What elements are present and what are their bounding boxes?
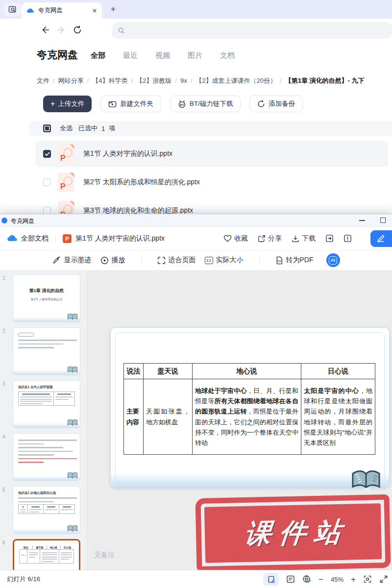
- share-icon: [258, 235, 266, 243]
- breadcrumb-item[interactable]: 网站分享: [58, 77, 84, 84]
- breadcrumb-item[interactable]: 【4】科学类: [92, 77, 127, 84]
- thumbnail-number: 3: [2, 380, 13, 428]
- feedback-button[interactable]: [343, 234, 352, 243]
- minimize-icon[interactable]: [359, 220, 365, 221]
- mini-header: 日心说: [61, 545, 74, 549]
- file-name[interactable]: 第1节 人类对宇宙的认识.pptx: [83, 149, 172, 158]
- forward-icon[interactable]: [56, 25, 66, 35]
- tab-image[interactable]: 图片: [188, 51, 202, 60]
- breadcrumb-item[interactable]: 文件: [37, 77, 49, 84]
- upload-button[interactable]: + 上传文件: [43, 96, 92, 112]
- all-docs-button[interactable]: 全部文档: [21, 234, 49, 243]
- feedback-icon: [343, 234, 352, 243]
- actual-size-button[interactable]: 1:1 实际大小: [205, 256, 244, 265]
- add-backup-button[interactable]: 添加备份: [249, 96, 303, 112]
- thumbnail-slide-4[interactable]: [13, 433, 80, 481]
- download-icon: [292, 235, 299, 243]
- row-checkbox-checked[interactable]: [43, 150, 51, 158]
- thumbnail-slide-6-current[interactable]: 说法 盖天说 地心说 日心说: [13, 539, 80, 570]
- fit-page-button[interactable]: 适合页面: [157, 256, 196, 265]
- thumbnail-item[interactable]: 2: [0, 327, 87, 375]
- app-logo-icon: [1, 218, 7, 223]
- ai-icon: Ai: [329, 256, 337, 265]
- table-cell-geocentric: 地球处于宇宙中心，日、月、行星和恒星等所有天体都围绕着地球在各自的圆形轨道上运转…: [193, 379, 301, 455]
- upload-label: 上传文件: [58, 99, 84, 108]
- breadcrumb-item[interactable]: 【2】浙教版: [136, 77, 172, 84]
- breadcrumb-item[interactable]: 9x: [180, 77, 187, 84]
- save-to-drive-button[interactable]: [325, 234, 334, 243]
- ink-quill-icon: [52, 256, 61, 264]
- browser-tab[interactable]: 夸克网盘 ✕: [22, 2, 102, 19]
- translate-button[interactable]: [302, 575, 311, 584]
- svg-text:PDF: PDF: [277, 260, 282, 263]
- thumbnail-slide-1[interactable]: 第1章 演化的自然 第1节 人类对宇宙的认识: [13, 274, 80, 322]
- open-file-name: 第1节 人类对宇宙的认识.pptx: [75, 234, 165, 243]
- favorite-button[interactable]: 收藏: [223, 234, 248, 243]
- tab-doc[interactable]: 文档: [220, 51, 235, 60]
- refresh-icon[interactable]: [73, 25, 82, 35]
- edit-button[interactable]: [370, 230, 392, 247]
- tab-close-icon[interactable]: ✕: [92, 7, 97, 14]
- file-name[interactable]: 第3节 地球的演化和生命的起源.pptx: [83, 206, 193, 214]
- thumbnail-item[interactable]: 6 说法 盖天说 地心说 日心说: [0, 539, 87, 570]
- thumbnail-item[interactable]: 4: [0, 433, 87, 481]
- book-icon: [67, 419, 78, 426]
- row-checkbox[interactable]: [43, 178, 51, 186]
- thumbnail-slide-3[interactable]: 知识点1 古代人的宇宙观: [13, 380, 80, 428]
- download-button[interactable]: 下载: [292, 234, 316, 243]
- browser-tab-bar: 夸克网盘 ✕ +: [0, 0, 392, 19]
- viewer-title-bar[interactable]: 夸克网盘: [0, 214, 392, 227]
- tab-all[interactable]: 全部: [91, 51, 105, 60]
- fit-page-label: 适合页面: [169, 256, 196, 265]
- notes-panel-button[interactable]: [286, 575, 295, 584]
- page-title: 夸克网盘: [37, 48, 78, 62]
- breadcrumb-item[interactable]: 【2】成套上课课件（20份）: [196, 77, 276, 84]
- search-input[interactable]: [112, 22, 392, 39]
- maximize-icon[interactable]: [380, 218, 386, 223]
- thumbnail-item[interactable]: 3 知识点1 古代人的宇宙观: [0, 380, 87, 428]
- slide-thumbnail-panel[interactable]: 1 第1章 演化的自然 第1节 人类对宇宙的认识 2: [0, 270, 87, 570]
- new-folder-button[interactable]: 新建文件夹: [100, 96, 161, 112]
- row-checkbox[interactable]: [43, 207, 51, 214]
- bt-magnet-icon: BT: [178, 100, 186, 108]
- selected-count: 1: [101, 125, 105, 132]
- share-button[interactable]: 分享: [258, 234, 282, 243]
- select-all-checkbox[interactable]: [43, 124, 51, 132]
- thumbnail-slide-5[interactable]: 知识点2 从地心说到日心说: [13, 486, 80, 534]
- tab-video[interactable]: 视频: [155, 51, 170, 60]
- screenshot-button[interactable]: [363, 575, 372, 584]
- tab-search-button[interactable]: [4, 3, 22, 16]
- status-controls: − 45% +: [263, 573, 388, 586]
- thumbnail-number: 1: [2, 274, 13, 322]
- ppt-file-icon: P: [58, 144, 74, 164]
- file-name[interactable]: 第2节 太阳系的形成和恒星的演化.pptx: [83, 178, 200, 187]
- backup-sync-icon: [257, 100, 265, 108]
- thumbnail-slide-2[interactable]: [13, 327, 80, 375]
- svg-text:BT: BT: [180, 103, 184, 106]
- file-row[interactable]: P 第3节 地球的演化和生命的起源.pptx: [35, 197, 388, 214]
- ai-assistant-button[interactable]: Ai: [326, 253, 340, 267]
- thumbnail-item[interactable]: 1 第1章 演化的自然 第1节 人类对宇宙的认识: [0, 274, 87, 322]
- show-ink-button[interactable]: 显示墨迹: [52, 256, 92, 265]
- new-tab-button[interactable]: +: [108, 4, 119, 15]
- play-button[interactable]: 播放: [100, 256, 125, 265]
- bt-download-button[interactable]: BT BT/磁力链下载: [170, 96, 241, 112]
- zoom-level: 45%: [331, 576, 343, 583]
- ppt-file-icon: P: [58, 201, 74, 214]
- zoom-out-button[interactable]: −: [318, 575, 323, 584]
- to-pdf-button[interactable]: PDF 转为PDF: [275, 256, 314, 265]
- presentation-toggle-active[interactable]: [263, 573, 279, 586]
- plus-icon: +: [50, 99, 55, 108]
- thumbnail-item[interactable]: 5 知识点2 从地心说到日心说: [0, 486, 87, 534]
- breadcrumb-separator: /: [175, 77, 177, 84]
- breadcrumb: 文件/网站分享/【4】科学类/【2】浙教版/9x/【2】成套上课课件（20份）/…: [37, 76, 364, 85]
- breadcrumb-separator: /: [191, 77, 193, 84]
- fullscreen-button[interactable]: [379, 575, 388, 584]
- actual-size-label: 实际大小: [216, 256, 244, 265]
- back-icon[interactable]: [40, 25, 50, 35]
- zoom-in-button[interactable]: +: [351, 575, 356, 584]
- select-all-label[interactable]: 全选: [60, 124, 73, 133]
- file-row[interactable]: P 第2节 太阳系的形成和恒星的演化.pptx: [35, 169, 388, 196]
- tab-recent[interactable]: 最近: [123, 51, 138, 60]
- file-row[interactable]: P 第1节 人类对宇宙的认识.pptx: [35, 141, 388, 167]
